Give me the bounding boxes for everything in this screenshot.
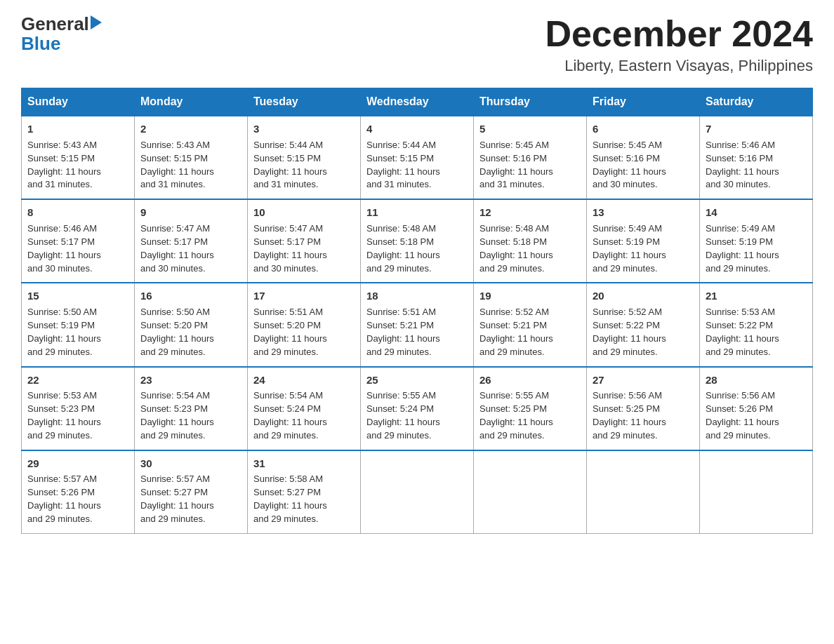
day-info: Sunrise: 5:47 AMSunset: 5:17 PMDaylight:… [140,223,214,274]
day-info: Sunrise: 5:46 AMSunset: 5:16 PMDaylight:… [706,140,779,190]
day-number: 27 [593,373,694,388]
day-number: 30 [140,456,241,471]
day-number: 13 [593,205,694,220]
calendar-day: 26 Sunrise: 5:55 AMSunset: 5:25 PMDaylig… [474,367,587,450]
calendar-day: 21 Sunrise: 5:53 AMSunset: 5:22 PMDaylig… [700,283,813,366]
header-thursday: Thursday [474,88,587,116]
day-info: Sunrise: 5:47 AMSunset: 5:17 PMDaylight:… [253,223,327,274]
calendar-day: 20 Sunrise: 5:52 AMSunset: 5:22 PMDaylig… [587,283,700,366]
day-info: Sunrise: 5:58 AMSunset: 5:27 PMDaylight:… [253,474,327,524]
header-sunday: Sunday [22,88,135,116]
day-number: 19 [479,288,581,304]
day-number: 11 [366,205,468,220]
day-info: Sunrise: 5:52 AMSunset: 5:22 PMDaylight:… [593,307,666,357]
calendar-day: 15 Sunrise: 5:50 AMSunset: 5:19 PMDaylig… [22,283,135,366]
calendar-day: 1 Sunrise: 5:43 AMSunset: 5:15 PMDayligh… [22,116,135,199]
day-info: Sunrise: 5:53 AMSunset: 5:23 PMDaylight:… [27,390,101,441]
calendar-day [474,450,587,534]
calendar-day: 8 Sunrise: 5:46 AMSunset: 5:17 PMDayligh… [22,199,135,283]
logo-general-text: General [21,14,89,34]
header-friday: Friday [587,88,700,116]
day-number: 14 [706,205,807,220]
day-info: Sunrise: 5:48 AMSunset: 5:18 PMDaylight:… [366,223,440,274]
calendar-week-3: 15 Sunrise: 5:50 AMSunset: 5:19 PMDaylig… [22,283,813,366]
calendar-day: 14 Sunrise: 5:49 AMSunset: 5:19 PMDaylig… [700,199,813,283]
day-number: 6 [593,121,694,137]
calendar-day: 7 Sunrise: 5:46 AMSunset: 5:16 PMDayligh… [700,116,813,199]
main-title: December 2024 [545,14,813,54]
day-info: Sunrise: 5:43 AMSunset: 5:15 PMDaylight:… [140,140,214,190]
subtitle: Liberty, Eastern Visayas, Philippines [545,57,813,75]
day-number: 28 [706,373,807,388]
day-number: 9 [140,205,241,220]
day-number: 4 [366,121,468,137]
day-info: Sunrise: 5:53 AMSunset: 5:22 PMDaylight:… [706,307,779,357]
calendar-day: 5 Sunrise: 5:45 AMSunset: 5:16 PMDayligh… [474,116,587,199]
calendar-day: 4 Sunrise: 5:44 AMSunset: 5:15 PMDayligh… [361,116,474,199]
day-number: 24 [253,373,355,388]
calendar-day: 2 Sunrise: 5:43 AMSunset: 5:15 PMDayligh… [135,116,248,199]
logo: General Blue [21,14,102,53]
day-info: Sunrise: 5:48 AMSunset: 5:18 PMDaylight:… [479,223,553,274]
day-info: Sunrise: 5:55 AMSunset: 5:25 PMDaylight:… [479,390,553,441]
day-number: 5 [479,121,581,137]
day-number: 21 [706,288,807,304]
day-number: 1 [27,121,128,137]
day-number: 18 [366,288,468,304]
day-number: 26 [479,373,581,388]
calendar-day [361,450,474,534]
calendar-body: 1 Sunrise: 5:43 AMSunset: 5:15 PMDayligh… [22,116,813,533]
day-info: Sunrise: 5:54 AMSunset: 5:24 PMDaylight:… [253,390,327,441]
day-info: Sunrise: 5:56 AMSunset: 5:25 PMDaylight:… [593,390,666,441]
calendar-day: 27 Sunrise: 5:56 AMSunset: 5:25 PMDaylig… [587,367,700,450]
day-number: 7 [706,121,807,137]
day-info: Sunrise: 5:44 AMSunset: 5:15 PMDaylight:… [366,140,440,190]
day-number: 29 [27,456,128,471]
calendar-header: Sunday Monday Tuesday Wednesday Thursday… [22,88,813,116]
day-info: Sunrise: 5:56 AMSunset: 5:26 PMDaylight:… [706,390,779,441]
calendar-day: 13 Sunrise: 5:49 AMSunset: 5:19 PMDaylig… [587,199,700,283]
calendar-day: 28 Sunrise: 5:56 AMSunset: 5:26 PMDaylig… [700,367,813,450]
header-tuesday: Tuesday [248,88,361,116]
calendar-day: 18 Sunrise: 5:51 AMSunset: 5:21 PMDaylig… [361,283,474,366]
day-info: Sunrise: 5:45 AMSunset: 5:16 PMDaylight:… [479,140,553,190]
calendar-day: 25 Sunrise: 5:55 AMSunset: 5:24 PMDaylig… [361,367,474,450]
calendar-day: 16 Sunrise: 5:50 AMSunset: 5:20 PMDaylig… [135,283,248,366]
day-number: 15 [27,288,128,304]
calendar-day: 11 Sunrise: 5:48 AMSunset: 5:18 PMDaylig… [361,199,474,283]
day-info: Sunrise: 5:49 AMSunset: 5:19 PMDaylight:… [593,223,666,274]
calendar-day: 10 Sunrise: 5:47 AMSunset: 5:17 PMDaylig… [248,199,361,283]
day-number: 20 [593,288,694,304]
calendar-day: 30 Sunrise: 5:57 AMSunset: 5:27 PMDaylig… [135,450,248,534]
calendar-day [700,450,813,534]
day-info: Sunrise: 5:49 AMSunset: 5:19 PMDaylight:… [706,223,779,274]
calendar-day [587,450,700,534]
calendar-day: 29 Sunrise: 5:57 AMSunset: 5:26 PMDaylig… [22,450,135,534]
day-info: Sunrise: 5:51 AMSunset: 5:21 PMDaylight:… [366,307,440,357]
day-number: 3 [253,121,355,137]
day-info: Sunrise: 5:50 AMSunset: 5:20 PMDaylight:… [140,307,214,357]
day-info: Sunrise: 5:44 AMSunset: 5:15 PMDaylight:… [253,140,327,190]
calendar-day: 19 Sunrise: 5:52 AMSunset: 5:21 PMDaylig… [474,283,587,366]
logo-arrow-icon [91,15,102,29]
calendar-week-5: 29 Sunrise: 5:57 AMSunset: 5:26 PMDaylig… [22,450,813,534]
header-saturday: Saturday [700,88,813,116]
day-number: 22 [27,373,128,388]
calendar-day: 31 Sunrise: 5:58 AMSunset: 5:27 PMDaylig… [248,450,361,534]
header-monday: Monday [135,88,248,116]
day-number: 10 [253,205,355,220]
calendar-day: 22 Sunrise: 5:53 AMSunset: 5:23 PMDaylig… [22,367,135,450]
day-number: 12 [479,205,581,220]
day-number: 2 [140,121,241,137]
weekday-header-row: Sunday Monday Tuesday Wednesday Thursday… [22,88,813,116]
day-number: 16 [140,288,241,304]
calendar-day: 23 Sunrise: 5:54 AMSunset: 5:23 PMDaylig… [135,367,248,450]
header-wednesday: Wednesday [361,88,474,116]
day-info: Sunrise: 5:54 AMSunset: 5:23 PMDaylight:… [140,390,214,441]
day-info: Sunrise: 5:45 AMSunset: 5:16 PMDaylight:… [593,140,666,190]
day-number: 23 [140,373,241,388]
calendar-day: 9 Sunrise: 5:47 AMSunset: 5:17 PMDayligh… [135,199,248,283]
logo-row1: General [21,14,102,34]
day-info: Sunrise: 5:55 AMSunset: 5:24 PMDaylight:… [366,390,440,441]
calendar-day: 17 Sunrise: 5:51 AMSunset: 5:20 PMDaylig… [248,283,361,366]
